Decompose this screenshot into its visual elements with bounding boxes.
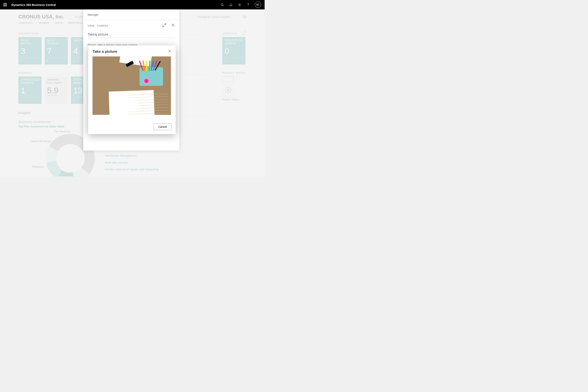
take-picture-modal: Take a picture Cancel	[88, 46, 176, 134]
topbar-right: BC	[220, 2, 261, 8]
panel-title: Taking picture...	[88, 32, 175, 38]
user-avatar[interactable]: BC	[255, 2, 261, 8]
notifications-icon[interactable]	[229, 3, 233, 7]
shutter-button[interactable]	[122, 96, 142, 115]
search-icon[interactable]	[220, 3, 224, 7]
panel-manage-action[interactable]: Manage	[88, 13, 98, 16]
markers	[140, 60, 162, 72]
svg-point-4	[248, 6, 248, 6]
settings-icon[interactable]	[238, 3, 242, 7]
modal-title: Take a picture	[92, 50, 117, 54]
close-icon[interactable]	[171, 23, 175, 28]
svg-line-1	[223, 5, 224, 6]
svg-point-0	[221, 3, 223, 6]
help-icon[interactable]	[246, 3, 250, 7]
panel-mode-label: VIEW - CAMERA	[88, 24, 108, 27]
app-title: Dynamics 365 Business Central	[11, 3, 56, 6]
rubber-bands	[144, 78, 149, 84]
topbar-left: Dynamics 365 Business Central	[4, 3, 56, 6]
svg-point-3	[239, 4, 240, 5]
close-icon[interactable]	[168, 50, 171, 54]
app-launcher-icon[interactable]	[4, 3, 7, 6]
expand-icon[interactable]	[162, 23, 166, 28]
camera-viewfinder	[92, 56, 171, 115]
global-topbar: Dynamics 365 Business Central BC	[0, 0, 264, 10]
cancel-button[interactable]: Cancel	[154, 124, 171, 130]
